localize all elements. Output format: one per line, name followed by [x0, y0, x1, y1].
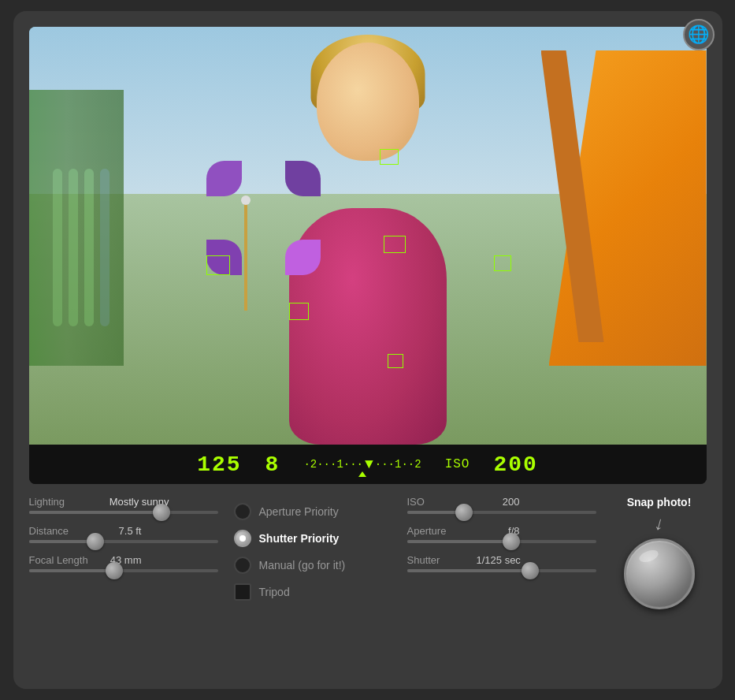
bar-3: [84, 169, 94, 326]
distance-row: Distance 7.5 ft: [29, 525, 218, 537]
snap-area: Snap photo! ↓: [612, 496, 707, 673]
snap-label: Snap photo!: [627, 496, 692, 508]
aperture-slider-thumb[interactable]: [503, 533, 520, 550]
iso-display: 200: [493, 452, 537, 477]
focus-rect-4: [289, 303, 309, 320]
aperture-row: Aperture f/8: [407, 525, 596, 537]
tripod-checkbox[interactable]: [234, 583, 251, 601]
equipment-bars: [53, 169, 132, 366]
bar-2: [69, 169, 78, 326]
focus-rect-3: [494, 255, 511, 271]
snap-arrow-icon: ↓: [651, 512, 666, 535]
shutter-ctrl-value: 1/125 sec: [477, 554, 521, 566]
distance-slider-thumb[interactable]: [87, 533, 104, 550]
iso-slider-container: [407, 511, 596, 514]
tripod-option[interactable]: Tripod: [234, 580, 392, 604]
lighting-row: Lighting Mostly sunny: [29, 496, 218, 508]
aperture-slider-track[interactable]: [407, 540, 596, 543]
girl-head: [317, 43, 419, 161]
iso-slider-thumb[interactable]: [455, 504, 473, 521]
focal-length-row: Focal Length 43 mm: [29, 554, 218, 566]
shutter-ctrl-label: Shutter: [407, 554, 470, 566]
lighting-slider-container: [29, 511, 218, 514]
iso-row: ISO 200: [407, 496, 596, 508]
petal-1: [206, 161, 242, 196]
shutter-slider-thumb[interactable]: [522, 562, 539, 579]
aperture-slider-container: [407, 540, 596, 543]
aperture-slider-fill: [407, 540, 511, 543]
lighting-slider-fill: [29, 511, 161, 514]
aperture-display: 8: [265, 452, 280, 477]
shutter-slider-track[interactable]: [407, 569, 596, 572]
shutter-priority-option[interactable]: Shutter Priority: [234, 527, 392, 550]
focus-rect-5: [388, 354, 403, 368]
manual-option[interactable]: Manual (go for it!): [234, 553, 392, 577]
photo-area: [29, 27, 707, 445]
shutter-row: Shutter 1/125 sec: [407, 554, 596, 566]
viewfinder: 125 8 ·2···1···▼···1··2 ISO 200: [29, 27, 707, 484]
petal-3: [285, 240, 321, 275]
shutter-priority-radio[interactable]: [234, 530, 251, 547]
bar-1: [53, 169, 62, 326]
status-bar: 125 8 ·2···1···▼···1··2 ISO 200: [29, 445, 707, 484]
focal-length-label: Focal Length: [29, 554, 92, 566]
shutter-display: 125: [197, 452, 241, 477]
lighting-label: Lighting: [29, 496, 92, 508]
controls-area: Lighting Mostly sunny Distance 7.5 ft: [29, 484, 707, 673]
tripod-label: Tripod: [259, 586, 290, 598]
ev-indicator: [358, 471, 366, 477]
globe-button[interactable]: 🌐: [683, 19, 715, 50]
focus-rect-1: [380, 149, 399, 165]
pinwheel-stick: [244, 200, 247, 311]
pinwheel: [199, 153, 293, 248]
distance-slider-fill: [29, 540, 95, 543]
aperture-priority-label: Aperture Priority: [259, 505, 339, 518]
shutter-priority-label: Shutter Priority: [259, 532, 340, 545]
shutter-priority-radio-inner: [239, 535, 246, 542]
distance-slider-container: [29, 540, 218, 543]
right-controls: ISO 200 Aperture f/8: [407, 496, 596, 673]
snap-button[interactable]: [624, 538, 695, 609]
left-controls: Lighting Mostly sunny Distance 7.5 ft: [29, 496, 218, 673]
manual-label: Manual (go for it!): [259, 559, 346, 572]
distance-label: Distance: [29, 525, 92, 537]
distance-slider-track[interactable]: [29, 540, 218, 543]
distance-value: 7.5 ft: [98, 525, 142, 537]
shutter-slider-container: [407, 569, 596, 572]
focus-rect-6: [384, 236, 406, 253]
bar-4: [100, 169, 110, 326]
aperture-priority-option[interactable]: Aperture Priority: [234, 500, 392, 523]
mode-controls: Aperture Priority Shutter Priority Manua…: [234, 496, 392, 673]
iso-ctrl-value: 200: [477, 496, 520, 508]
focal-length-slider-track[interactable]: [29, 569, 218, 572]
shutter-slider-fill: [407, 569, 530, 572]
lighting-slider-track[interactable]: [29, 511, 218, 514]
focal-length-slider-thumb[interactable]: [106, 562, 123, 579]
focal-length-slider-container: [29, 569, 218, 572]
focus-rect-2: [206, 255, 230, 275]
ev-scale: ·2···1···▼···1··2: [303, 456, 421, 472]
aperture-priority-radio[interactable]: [234, 503, 251, 520]
manual-radio[interactable]: [234, 557, 251, 574]
iso-label: ISO: [445, 457, 470, 471]
iso-slider-track[interactable]: [407, 511, 596, 514]
equipment-left: [29, 90, 124, 366]
aperture-ctrl-label: Aperture: [407, 525, 470, 537]
focal-length-slider-fill: [29, 569, 114, 572]
petal-2: [285, 161, 321, 196]
lighting-slider-thumb[interactable]: [153, 504, 170, 521]
pinwheel-center: [241, 195, 251, 205]
